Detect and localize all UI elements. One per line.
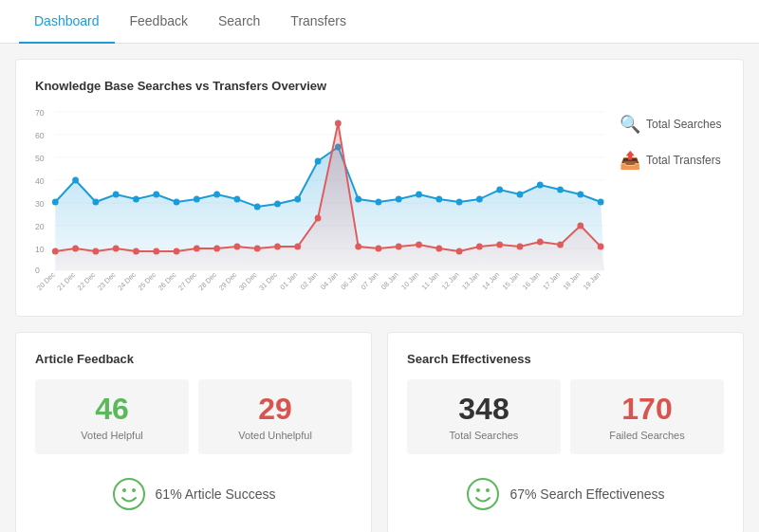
- svg-text:17 Jan: 17 Jan: [541, 270, 562, 291]
- failed-searches-label: Failed Searches: [580, 430, 714, 441]
- svg-point-61: [355, 244, 361, 250]
- svg-point-33: [376, 199, 382, 206]
- svg-text:02 Jan: 02 Jan: [299, 270, 320, 291]
- svg-text:60: 60: [35, 131, 45, 140]
- svg-text:22 Dec: 22 Dec: [76, 270, 98, 292]
- svg-point-28: [274, 201, 281, 208]
- main-content: Knowledge Base Searches vs Transfers Ove…: [0, 44, 759, 532]
- svg-point-42: [557, 187, 564, 193]
- svg-point-105: [468, 479, 498, 509]
- tab-dashboard[interactable]: Dashboard: [19, 0, 115, 44]
- svg-point-54: [213, 246, 220, 252]
- tab-bar: Dashboard Feedback Search Transfers: [0, 0, 759, 44]
- chart-card: Knowledge Base Searches vs Transfers Ove…: [15, 59, 744, 317]
- chart-svg: 70 60 50 40 30 20 10 0: [35, 104, 604, 297]
- svg-point-25: [213, 192, 220, 198]
- svg-point-106: [476, 488, 480, 492]
- article-smiley-icon: [112, 477, 146, 511]
- svg-point-34: [396, 196, 402, 203]
- svg-point-40: [517, 192, 524, 198]
- svg-point-56: [254, 246, 261, 252]
- svg-text:0: 0: [35, 266, 40, 275]
- svg-point-36: [435, 196, 442, 203]
- svg-point-51: [153, 248, 159, 255]
- svg-text:13 Jan: 13 Jan: [460, 270, 481, 291]
- svg-text:10 Jan: 10 Jan: [399, 270, 420, 291]
- svg-point-47: [72, 246, 79, 252]
- svg-text:21 Dec: 21 Dec: [55, 270, 77, 292]
- legend-transfers-label: Total Transfers: [646, 154, 721, 167]
- svg-point-60: [335, 120, 342, 127]
- svg-point-73: [598, 244, 604, 250]
- svg-text:30 Dec: 30 Dec: [237, 270, 259, 292]
- voted-helpful-box: 46 Voted Helpful: [35, 379, 189, 454]
- voted-unhelpful-box: 29 Voted Unhelpful: [198, 379, 352, 454]
- svg-text:70: 70: [35, 108, 45, 118]
- svg-point-69: [517, 244, 524, 250]
- app-container: Dashboard Feedback Search Transfers Know…: [0, 0, 759, 532]
- voted-unhelpful-value: 29: [208, 393, 342, 426]
- svg-point-37: [456, 199, 463, 206]
- svg-text:25 Dec: 25 Dec: [137, 270, 158, 292]
- svg-point-20: [113, 192, 120, 198]
- svg-point-30: [315, 158, 322, 165]
- failed-searches-box: 170 Failed Searches: [570, 379, 724, 454]
- svg-point-63: [396, 244, 402, 250]
- svg-point-103: [122, 488, 126, 492]
- svg-point-50: [133, 248, 139, 255]
- svg-text:06 Jan: 06 Jan: [339, 270, 360, 291]
- svg-point-38: [476, 196, 483, 203]
- svg-point-27: [254, 204, 261, 211]
- svg-point-52: [174, 248, 180, 255]
- voted-helpful-label: Voted Helpful: [45, 430, 179, 441]
- legend-total-transfers: 📤 Total Transfers: [620, 150, 724, 171]
- chart-legend: 🔍 Total Searches 📤 Total Transfers: [620, 104, 724, 171]
- tab-search[interactable]: Search: [203, 0, 275, 44]
- tab-feedback[interactable]: Feedback: [115, 0, 203, 44]
- svg-text:40: 40: [35, 176, 45, 186]
- svg-point-55: [234, 244, 241, 250]
- svg-text:01 Jan: 01 Jan: [278, 270, 299, 291]
- total-searches-box: 348 Total Searches: [407, 379, 561, 454]
- svg-point-17: [52, 199, 59, 206]
- svg-point-102: [114, 479, 144, 509]
- svg-point-72: [577, 223, 583, 229]
- search-effectiveness-boxes: 348 Total Searches 170 Failed Searches: [407, 379, 724, 454]
- svg-text:08 Jan: 08 Jan: [380, 270, 400, 291]
- article-feedback-boxes: 46 Voted Helpful 29 Voted Unhelpful: [35, 379, 352, 454]
- article-success-row: 61% Article Success: [35, 468, 352, 515]
- svg-point-19: [92, 199, 99, 206]
- article-feedback-title: Article Feedback: [35, 352, 352, 366]
- chart-title: Knowledge Base Searches vs Transfers Ove…: [35, 79, 724, 93]
- svg-point-68: [496, 242, 503, 248]
- search-success-row: 67% Search Effectiveness: [407, 468, 724, 515]
- svg-text:29 Dec: 29 Dec: [217, 270, 239, 292]
- svg-text:04 Jan: 04 Jan: [319, 270, 340, 291]
- svg-text:23 Dec: 23 Dec: [96, 270, 118, 292]
- svg-point-39: [496, 187, 503, 193]
- svg-text:28 Dec: 28 Dec: [196, 270, 218, 292]
- svg-point-29: [294, 196, 301, 203]
- svg-text:12 Jan: 12 Jan: [440, 270, 461, 291]
- svg-point-67: [476, 244, 483, 250]
- svg-text:24 Dec: 24 Dec: [116, 270, 138, 292]
- svg-point-26: [234, 196, 241, 203]
- tab-transfers[interactable]: Transfers: [275, 0, 361, 44]
- svg-point-62: [376, 246, 382, 252]
- svg-point-35: [416, 192, 422, 198]
- legend-searches-label: Total Searches: [646, 118, 721, 131]
- svg-text:16 Jan: 16 Jan: [521, 270, 542, 291]
- svg-point-24: [194, 196, 200, 203]
- search-smiley-icon: [466, 477, 500, 511]
- svg-text:27 Dec: 27 Dec: [176, 270, 198, 292]
- search-effectiveness-card: Search Effectiveness 348 Total Searches …: [387, 332, 744, 532]
- svg-point-44: [598, 199, 604, 206]
- svg-text:07 Jan: 07 Jan: [360, 270, 380, 291]
- failed-searches-value: 170: [580, 393, 714, 426]
- legend-total-searches: 🔍 Total Searches: [620, 114, 724, 135]
- svg-text:31 Dec: 31 Dec: [257, 270, 279, 292]
- svg-text:15 Jan: 15 Jan: [501, 270, 522, 291]
- total-searches-value: 348: [417, 393, 551, 426]
- search-effectiveness-text: 67% Search Effectiveness: [509, 486, 664, 502]
- svg-text:19 Jan: 19 Jan: [582, 270, 602, 291]
